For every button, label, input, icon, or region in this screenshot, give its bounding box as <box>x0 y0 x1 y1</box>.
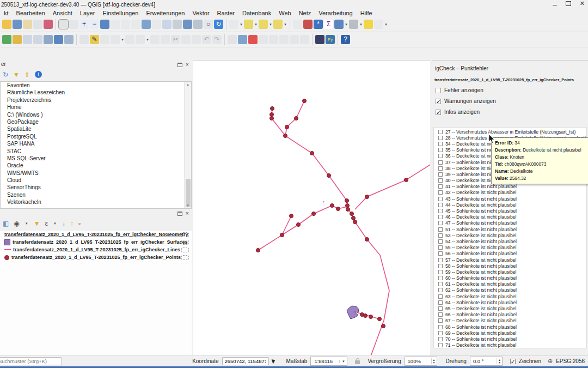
error-item[interactable]: 66 -- Sohlenkote ist nicht plausibel <box>434 312 586 318</box>
vertex-tool-icon-dropdown[interactable]: ▾ <box>145 38 150 42</box>
error-item[interactable]: 54 -- Sohlenkote ist nicht plausibel <box>434 238 586 244</box>
new-print-layout-icon[interactable] <box>23 20 32 29</box>
menu-bearbeiten[interactable]: Bearbeiten <box>13 10 49 16</box>
scroll-down-icon[interactable]: ▼ <box>185 203 191 208</box>
globe-icon[interactable]: ⊕ <box>548 358 553 365</box>
error-item-checkbox[interactable] <box>438 160 443 165</box>
error-item-checkbox[interactable] <box>438 227 443 232</box>
select-by-value-icon[interactable] <box>273 20 283 29</box>
collapse-all-icon[interactable]: ⇧ <box>24 71 30 79</box>
error-item[interactable]: 56 -- Sohlenkote ist nicht plausibel <box>434 251 586 257</box>
error-item[interactable]: 53 -- Deckelkote ist nicht plausibel <box>434 232 586 238</box>
error-item[interactable]: 51 -- Sohlenkote ist nicht plausibel <box>434 226 586 232</box>
menu-layer[interactable]: Layer <box>76 10 99 16</box>
error-item-checkbox[interactable] <box>438 197 443 201</box>
error-item-checkbox[interactable] <box>438 233 443 238</box>
error-item-checkbox[interactable] <box>438 300 443 305</box>
error-item[interactable]: 47 -- Sohlenkote ist nicht plausibel <box>434 220 586 226</box>
error-item-checkbox[interactable] <box>438 239 443 244</box>
new-map-view-icon[interactable] <box>162 20 171 29</box>
toggle-editing-icon[interactable]: ✎ <box>90 35 99 44</box>
filter-checkbox[interactable] <box>436 99 441 104</box>
browser-item-cloud[interactable]: Cloud <box>1 177 191 184</box>
float-panel-icon[interactable] <box>177 63 182 67</box>
browser-item-szenen[interactable]: Szenen <box>1 191 191 198</box>
error-item-checkbox[interactable] <box>438 251 443 256</box>
error-item[interactable]: 57 -- Deckelkote ist nicht plausibel <box>434 257 586 263</box>
float-panel-icon[interactable] <box>177 212 182 216</box>
close-icon[interactable]: ✕ <box>580 1 585 7</box>
menu-ansicht[interactable]: Ansicht <box>49 10 76 16</box>
temporal-controller-icon[interactable]: ○ <box>204 20 213 29</box>
error-item-checkbox[interactable] <box>438 203 443 207</box>
minimize-icon[interactable] <box>553 5 557 5</box>
error-item[interactable]: 63 -- Deckelkote ist nicht plausibel <box>434 293 586 299</box>
attribute-table-icon-dropdown[interactable]: ▾ <box>344 22 348 27</box>
filter-legend-icon[interactable]: ▼ <box>34 220 40 227</box>
new-gpx-layer-icon[interactable] <box>64 35 74 44</box>
error-item-checkbox[interactable] <box>438 306 443 311</box>
error-item[interactable]: 70 -- Sohlenkote ist nicht plausibel <box>434 336 586 342</box>
menu-netz[interactable]: Netz <box>295 10 315 16</box>
new-shapefile-layer-icon[interactable] <box>23 35 32 44</box>
scroll-up-icon[interactable]: ▲ <box>185 82 191 87</box>
browser-item-r-umliche-lesezeichen[interactable]: Räumliche Lesezeichen <box>1 89 191 96</box>
error-item-checkbox[interactable] <box>438 221 443 225</box>
save-project-icon[interactable] <box>13 20 22 29</box>
error-item[interactable]: 62 -- Sohlenkote ist nicht plausibel <box>434 287 586 293</box>
menu-kt[interactable]: kt <box>0 10 13 16</box>
browser-item-stac[interactable]: STAC <box>1 148 191 155</box>
layer-row[interactable]: transferdatensatz_2020_1_d_LV95_T-202310… <box>0 231 192 238</box>
refresh-map-icon[interactable]: ↻ <box>214 20 223 29</box>
zoom-out-icon[interactable]: − <box>90 20 99 29</box>
error-item[interactable]: 61 -- Deckelkote ist nicht plausibel <box>434 281 586 287</box>
error-item[interactable]: 46 -- Deckelkote ist nicht plausibel <box>434 214 586 220</box>
layout-manager-icon[interactable] <box>33 20 42 29</box>
attribute-table-icon[interactable] <box>334 20 344 29</box>
browser-item-sap-hana[interactable]: SAP HANA <box>1 140 191 147</box>
pan-map-icon[interactable] <box>59 20 68 29</box>
filter-expression-icon-dropdown[interactable]: ▾ <box>53 221 57 226</box>
error-item-checkbox[interactable] <box>438 337 443 341</box>
error-item-checkbox[interactable] <box>438 215 443 219</box>
new-mesh-layer-icon[interactable] <box>54 35 63 44</box>
error-item-checkbox[interactable] <box>438 282 443 286</box>
processing-toolbox-icon[interactable]: * <box>314 20 323 29</box>
select-by-value-icon-dropdown[interactable]: ▾ <box>283 22 287 27</box>
error-item-checkbox[interactable] <box>438 294 443 299</box>
zoom-in-icon[interactable]: + <box>79 20 89 29</box>
filter-expression-icon[interactable]: ε <box>45 220 48 227</box>
menu-hilfe[interactable]: Hilfe <box>357 10 376 16</box>
error-item[interactable]: 43 -- Sohlenkote ist nicht plausibel <box>434 196 586 202</box>
error-item-checkbox[interactable] <box>438 312 443 317</box>
browser-item-projektverzeichnis[interactable]: Projektverzeichnis <box>1 96 191 104</box>
deselect-features-icon-dropdown[interactable]: ▾ <box>268 22 273 27</box>
select-features-icon-dropdown[interactable]: ▾ <box>254 22 258 27</box>
menu-datenbank[interactable]: Datenbank <box>238 10 275 16</box>
error-item-checkbox[interactable] <box>438 184 443 189</box>
metasearch-icon[interactable] <box>315 35 324 44</box>
error-item-checkbox[interactable] <box>438 270 443 274</box>
error-item-checkbox[interactable] <box>438 245 443 250</box>
menu-web[interactable]: Web <box>275 10 295 16</box>
error-item[interactable]: 45 -- Sohlenkote ist nicht plausibel <box>434 208 586 214</box>
error-item[interactable]: 71 -- Deckelkote ist nicht plausibel <box>434 342 586 348</box>
browser-item-geopackage[interactable]: GeoPackage <box>1 118 191 125</box>
collapse-all-icon[interactable]: ↑ <box>70 220 74 227</box>
rotation-spinbox[interactable]: 0.0 ° ▲▼ <box>470 357 503 366</box>
error-item-checkbox[interactable] <box>438 325 443 329</box>
layer-row[interactable]: transferdatensatz_2020_1_d_LV95_T-202310… <box>0 254 192 261</box>
crs-status[interactable]: EPSG:2056 <box>556 358 585 364</box>
error-item-checkbox[interactable] <box>438 209 443 213</box>
select-features-icon[interactable] <box>244 20 253 29</box>
browser-item-wms-wmts[interactable]: WMS/WMTS <box>1 170 191 177</box>
error-item[interactable]: 60 -- Sohlenkote ist nicht plausibel <box>434 275 586 281</box>
error-item[interactable]: 59 -- Deckelkote ist nicht plausibel <box>434 269 586 275</box>
browser-item-home[interactable]: Home <box>1 104 191 111</box>
digitize-segment-icon-dropdown[interactable]: ▾ <box>120 38 125 42</box>
error-item-checkbox[interactable] <box>438 166 443 171</box>
error-item-checkbox[interactable] <box>438 148 443 152</box>
filter-checkbox[interactable] <box>436 88 441 93</box>
error-item[interactable]: 55 -- Deckelkote ist nicht plausibel <box>434 245 586 251</box>
error-item[interactable]: 58 -- Sohlenkote ist nicht plausibel <box>434 263 586 269</box>
